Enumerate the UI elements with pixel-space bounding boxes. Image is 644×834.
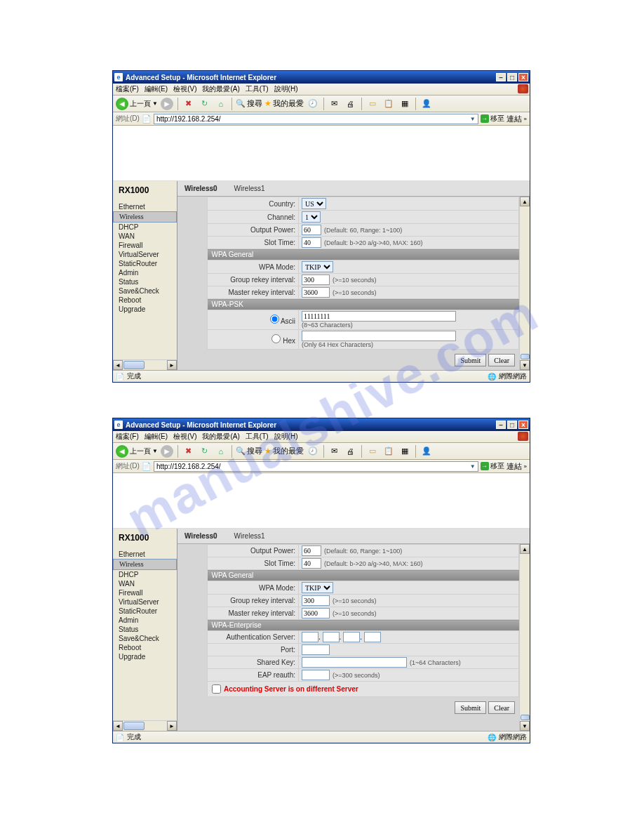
links-label[interactable]: 連結 bbox=[507, 114, 522, 124]
sidebar-item-wan[interactable]: WAN bbox=[113, 232, 177, 241]
favorites-button[interactable]: ★我的最愛 bbox=[264, 98, 304, 109]
tab-wireless1[interactable]: Wireless1 bbox=[234, 532, 265, 540]
sidebar-item-dhcp[interactable]: DHCP bbox=[113, 570, 177, 579]
sidebar-item-admin[interactable]: Admin bbox=[113, 616, 177, 625]
channel-select[interactable]: 1 bbox=[302, 211, 321, 223]
scroll-thumb[interactable] bbox=[123, 722, 145, 730]
go-button[interactable]: →移至 bbox=[481, 461, 504, 472]
forward-button[interactable]: ► bbox=[160, 97, 174, 111]
go-button[interactable]: →移至 bbox=[481, 114, 504, 124]
shared-key-input[interactable] bbox=[302, 657, 407, 668]
tab-wireless1[interactable]: Wireless1 bbox=[234, 185, 265, 192]
menu-tools[interactable]: 工具(T) bbox=[246, 432, 269, 442]
menu-edit[interactable]: 編輯(E) bbox=[145, 432, 168, 442]
print-button[interactable]: 🖨 bbox=[344, 444, 358, 458]
sidebar-item-firewall[interactable]: Firewall bbox=[113, 241, 177, 250]
accounting-checkbox[interactable] bbox=[212, 684, 221, 694]
menu-view[interactable]: 檢視(V) bbox=[173, 432, 196, 442]
menu-view[interactable]: 檢視(V) bbox=[173, 84, 196, 94]
sidebar-item-wireless[interactable]: Wireless bbox=[113, 211, 177, 223]
folder-icon[interactable]: ▭ bbox=[365, 97, 380, 111]
scroll-thumb[interactable] bbox=[123, 361, 145, 369]
scroll-right-icon[interactable]: ► bbox=[167, 721, 177, 731]
home-button[interactable]: ⌂ bbox=[214, 97, 228, 111]
maximize-button[interactable]: □ bbox=[507, 73, 517, 81]
sidebar-item-staticrouter[interactable]: StaticRouter bbox=[113, 259, 177, 268]
output-power-input[interactable] bbox=[302, 225, 321, 235]
sidebar-item-status[interactable]: Status bbox=[113, 277, 177, 286]
sidebar-item-firewall[interactable]: Firewall bbox=[113, 588, 177, 597]
stop-button[interactable]: ✖ bbox=[182, 97, 196, 111]
content-vscroll[interactable]: ▲ ▼ bbox=[519, 197, 530, 370]
address-input[interactable]: http://192.168.2.254/▼ bbox=[154, 461, 478, 472]
history-button[interactable]: 🕗 bbox=[306, 97, 320, 111]
back-button[interactable]: ◄ 上一頁 ▼ bbox=[116, 98, 158, 110]
links-label[interactable]: 連結 bbox=[507, 461, 522, 472]
slot-time-input[interactable] bbox=[302, 558, 321, 569]
tab-wireless0[interactable]: Wireless0 bbox=[185, 532, 217, 540]
minimize-button[interactable]: – bbox=[496, 421, 506, 429]
menu-help[interactable]: 說明(H) bbox=[274, 432, 298, 442]
close-button[interactable]: × bbox=[518, 73, 528, 81]
sidebar-item-wireless[interactable]: Wireless bbox=[113, 559, 177, 570]
vscroll-thumb[interactable] bbox=[521, 354, 530, 359]
history-button[interactable]: 🕗 bbox=[306, 444, 320, 458]
scroll-down-icon[interactable]: ▼ bbox=[520, 360, 530, 370]
master-rekey-input[interactable] bbox=[302, 287, 330, 298]
search-button[interactable]: 🔍搜尋 bbox=[236, 446, 262, 456]
sidebar-item-wan[interactable]: WAN bbox=[113, 579, 177, 588]
mail-button[interactable]: ✉ bbox=[328, 444, 342, 458]
forward-button[interactable]: ► bbox=[160, 444, 174, 458]
back-button[interactable]: ◄ 上一頁 ▼ bbox=[116, 445, 158, 458]
clear-button[interactable]: Clear bbox=[488, 354, 515, 366]
hex-radio[interactable] bbox=[271, 334, 281, 343]
submit-button[interactable]: Submit bbox=[455, 701, 486, 714]
sidebar-item-ethernet[interactable]: Ethernet bbox=[113, 550, 177, 559]
accounting-checkbox-label[interactable]: Accounting Server is on different Server bbox=[210, 682, 516, 696]
submit-button[interactable]: Submit bbox=[455, 354, 486, 366]
doc-icon[interactable]: ▦ bbox=[398, 444, 412, 458]
sidebar-item-reboot[interactable]: Reboot bbox=[113, 296, 177, 305]
mail-button[interactable]: ✉ bbox=[328, 97, 342, 111]
scroll-up-icon[interactable]: ▲ bbox=[520, 197, 530, 206]
menu-edit[interactable]: 編輯(E) bbox=[145, 84, 168, 94]
country-select[interactable]: US bbox=[302, 198, 326, 209]
folder-icon[interactable]: ▭ bbox=[365, 444, 380, 458]
menu-tools[interactable]: 工具(T) bbox=[246, 84, 269, 94]
ascii-radio-label[interactable]: Ascii bbox=[270, 317, 295, 325]
tab-wireless0[interactable]: Wireless0 bbox=[185, 185, 217, 192]
clear-button[interactable]: Clear bbox=[488, 701, 515, 714]
search-button[interactable]: 🔍搜尋 bbox=[236, 98, 262, 109]
sidebar-item-virtualserver[interactable]: VirtualServer bbox=[113, 250, 177, 259]
close-button[interactable]: × bbox=[518, 421, 528, 429]
minimize-button[interactable]: – bbox=[496, 73, 506, 81]
hex-radio-label[interactable]: Hex bbox=[271, 337, 295, 345]
group-rekey-input[interactable] bbox=[302, 595, 330, 606]
menu-help[interactable]: 說明(H) bbox=[274, 84, 298, 94]
ascii-radio[interactable] bbox=[270, 315, 279, 324]
sidebar-hscroll[interactable]: ◄ ► bbox=[113, 720, 177, 731]
maximize-button[interactable]: □ bbox=[507, 421, 517, 429]
slot-time-input[interactable] bbox=[302, 237, 321, 248]
auth-server-ip4[interactable] bbox=[364, 632, 381, 642]
auth-server-ip1[interactable] bbox=[302, 632, 318, 642]
hex-input[interactable] bbox=[302, 331, 456, 341]
favorites-button[interactable]: ★我的最愛 bbox=[264, 446, 304, 456]
sidebar-item-admin[interactable]: Admin bbox=[113, 268, 177, 277]
master-rekey-input[interactable] bbox=[302, 608, 330, 618]
sidebar-item-status[interactable]: Status bbox=[113, 625, 177, 634]
sidebar-item-upgrade[interactable]: Upgrade bbox=[113, 652, 177, 661]
ascii-input[interactable] bbox=[302, 311, 456, 322]
messenger-icon[interactable]: 👤 bbox=[420, 444, 434, 458]
wpa-mode-select[interactable]: TKIP bbox=[302, 261, 333, 272]
sidebar-item-ethernet[interactable]: Ethernet bbox=[113, 202, 177, 211]
sidebar-item-save&check[interactable]: Save&Check bbox=[113, 634, 177, 643]
scroll-left-icon[interactable]: ◄ bbox=[113, 360, 123, 370]
auth-server-ip3[interactable] bbox=[343, 632, 360, 642]
sidebar-item-upgrade[interactable]: Upgrade bbox=[113, 305, 177, 314]
refresh-button[interactable]: ↻ bbox=[198, 444, 212, 458]
output-power-input[interactable] bbox=[302, 545, 321, 556]
clipboard-icon[interactable]: 📋 bbox=[382, 97, 396, 111]
wpa-mode-select[interactable]: TKIP bbox=[302, 582, 333, 593]
refresh-button[interactable]: ↻ bbox=[198, 97, 212, 111]
